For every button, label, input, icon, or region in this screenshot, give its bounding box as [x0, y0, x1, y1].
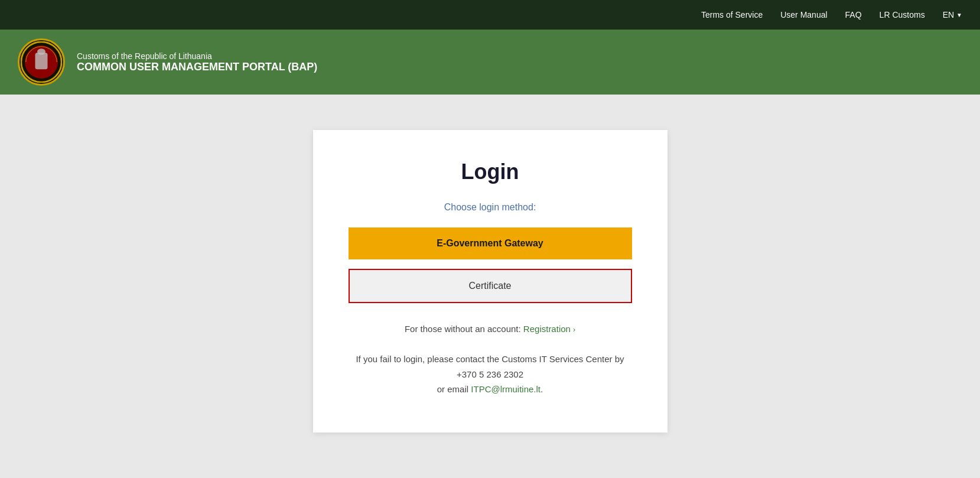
contact-line2-text: or email [437, 384, 468, 394]
certificate-button[interactable]: Certificate [349, 269, 632, 303]
contact-email-link[interactable]: ITPC@lrmuitine.lt [471, 384, 541, 394]
site-header: Customs of the Republic of Lithuania COM… [0, 30, 980, 95]
lr-customs-link[interactable]: LR Customs [880, 10, 925, 19]
contact-suffix: . [541, 384, 543, 394]
header-text-block: Customs of the Republic of Lithuania COM… [77, 51, 317, 73]
svg-point-3 [37, 48, 45, 55]
contact-line1: If you fail to login, please contact the… [356, 354, 624, 379]
logo-emblem [21, 41, 62, 83]
svg-rect-2 [35, 53, 48, 69]
logo [18, 38, 65, 86]
choose-method-label: Choose login method: [349, 202, 632, 213]
language-selector[interactable]: EN ▼ [943, 10, 962, 19]
no-account-text: For those without an account: [405, 324, 521, 334]
registration-link[interactable]: Registration [523, 324, 571, 334]
chevron-down-icon: ▼ [956, 12, 962, 18]
top-navigation: Terms of Service User Manual FAQ LR Cust… [0, 0, 980, 30]
login-title: Login [349, 160, 632, 184]
login-card: Login Choose login method: E-Government … [313, 130, 668, 433]
main-content: Login Choose login method: E-Government … [0, 95, 980, 478]
faq-link[interactable]: FAQ [845, 10, 862, 19]
chevron-right-icon: › [573, 326, 575, 334]
contact-info: If you fail to login, please contact the… [349, 352, 632, 397]
header-subtitle: Customs of the Republic of Lithuania [77, 51, 317, 61]
egovernment-gateway-button[interactable]: E-Government Gateway [349, 227, 632, 259]
header-title: COMMON USER MANAGEMENT PORTAL (BAP) [77, 61, 317, 73]
terms-of-service-link[interactable]: Terms of Service [701, 10, 763, 19]
language-label: EN [943, 10, 954, 19]
user-manual-link[interactable]: User Manual [780, 10, 827, 19]
registration-row: For those without an account: Registrati… [349, 324, 632, 334]
